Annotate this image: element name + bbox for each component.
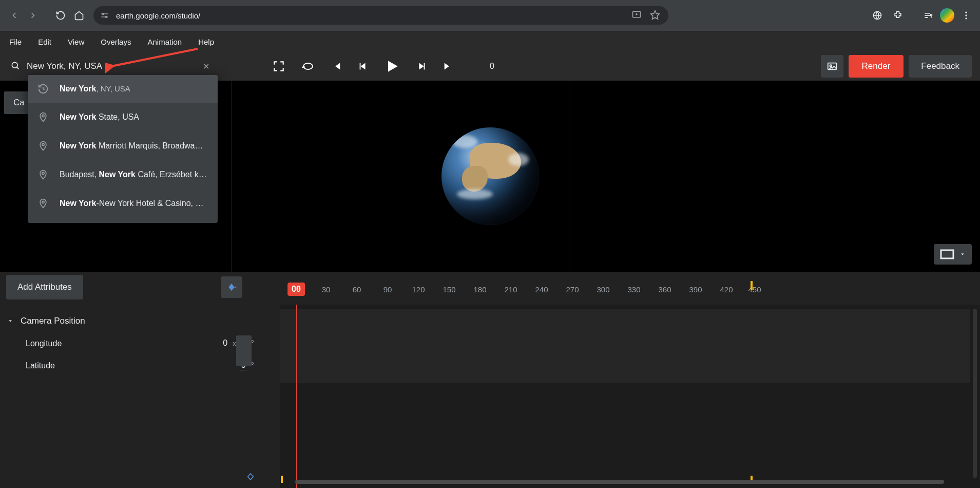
- chevron-down-icon: [959, 251, 966, 257]
- track-area[interactable]: [280, 309, 970, 383]
- media-control-icon[interactable]: [919, 7, 937, 24]
- feedback-button[interactable]: Feedback: [909, 55, 972, 78]
- horizontal-scrollbar[interactable]: [295, 480, 944, 484]
- track-handle[interactable]: [236, 335, 252, 366]
- search-suggestion-item[interactable]: New York, NY, USA: [28, 75, 218, 103]
- reload-button[interactable]: [51, 6, 70, 25]
- section-title: Camera Position: [21, 316, 85, 326]
- step-back-icon[interactable]: [357, 61, 369, 72]
- svg-point-10: [930, 14, 932, 16]
- address-bar[interactable]: earth.google.com/studio/: [93, 6, 668, 25]
- site-settings-icon[interactable]: [100, 10, 110, 21]
- toolbar-right-actions: Render Feedback: [821, 55, 972, 78]
- search-suggestion-item[interactable]: New York-New York Hotel & Casino, …: [28, 189, 218, 218]
- timeline-tick: 300: [597, 285, 609, 294]
- suggestion-text: New York Marriott Marquis, Broadwa…: [60, 141, 203, 151]
- timeline-tick: 330: [627, 285, 640, 294]
- vertical-scrollbar[interactable]: [973, 309, 977, 478]
- timeline-tracks[interactable]: [280, 305, 980, 488]
- timeline-body: Camera Position Longitude 0x0° Latitude …: [0, 305, 980, 488]
- search-container: ✕: [4, 61, 215, 72]
- aspect-ratio-button[interactable]: [934, 244, 972, 265]
- search-suggestions-dropdown: New York, NY, USA New York State, USA Ne…: [28, 75, 218, 223]
- svg-point-19: [42, 115, 44, 117]
- current-frame-badge[interactable]: 00: [287, 283, 305, 296]
- translate-icon[interactable]: [869, 7, 886, 24]
- fullscreen-icon[interactable]: [272, 60, 285, 73]
- skip-start-icon[interactable]: [331, 61, 342, 72]
- profile-avatar[interactable]: [940, 8, 954, 23]
- timeline-tick: 270: [566, 285, 579, 294]
- timeline-tick: 210: [504, 285, 517, 294]
- browser-menu-icon[interactable]: [957, 7, 975, 24]
- attribute-list: Camera Position Longitude 0x0° Latitude …: [0, 305, 280, 488]
- search-icon: [10, 61, 21, 72]
- svg-point-12: [965, 14, 967, 16]
- snap-keyframe-button[interactable]: [221, 276, 242, 298]
- frame-counter[interactable]: 0: [490, 62, 494, 71]
- timeline-tick: 60: [353, 285, 361, 294]
- render-button[interactable]: Render: [849, 55, 904, 78]
- timeline-tick: 180: [473, 285, 486, 294]
- playhead[interactable]: [296, 305, 297, 488]
- svg-point-21: [42, 172, 44, 174]
- longitude-label: Longitude: [26, 339, 62, 348]
- menu-overlays[interactable]: Overlays: [101, 37, 131, 46]
- pin-icon: [37, 111, 49, 123]
- timeline-tick: 360: [658, 285, 671, 294]
- search-suggestion-item[interactable]: New York Marriott Marquis, Broadwa…: [28, 132, 218, 160]
- range-start-marker[interactable]: [281, 476, 283, 483]
- search-suggestion-item[interactable]: Budapest, New York Café, Erzsébet kör…: [28, 160, 218, 189]
- timeline-tick: 420: [720, 285, 733, 294]
- camera-position-header[interactable]: Camera Position: [7, 310, 280, 332]
- browser-actions: [869, 7, 975, 24]
- chevron-down-icon: [7, 318, 13, 324]
- range-end-ruler-marker[interactable]: [751, 281, 753, 290]
- back-button[interactable]: [5, 6, 24, 25]
- earth-globe: [441, 127, 539, 225]
- svg-point-22: [42, 201, 44, 203]
- timeline-panel: Add Attributes 00 30 60 90 120 150 180 2…: [0, 272, 980, 488]
- url-text: earth.google.com/studio/: [116, 11, 200, 20]
- snapshot-button[interactable]: [821, 55, 843, 78]
- timeline-tick: 90: [383, 285, 392, 294]
- play-icon[interactable]: [384, 58, 400, 74]
- separator: [913, 10, 913, 21]
- suggestion-text: New York, NY, USA: [60, 84, 130, 93]
- svg-point-20: [42, 143, 44, 145]
- timeline-ruler[interactable]: 00 30 60 90 120 150 180 210 240 270 300 …: [280, 274, 980, 305]
- skip-end-icon[interactable]: [443, 61, 454, 72]
- keyframe-icon[interactable]: [246, 473, 255, 481]
- history-icon: [37, 83, 49, 95]
- menu-edit[interactable]: Edit: [38, 37, 51, 46]
- browser-chrome: earth.google.com/studio/: [0, 0, 980, 31]
- pin-icon: [37, 140, 49, 152]
- forward-button[interactable]: [24, 6, 42, 25]
- svg-rect-23: [941, 250, 953, 258]
- search-input[interactable]: [27, 61, 191, 71]
- add-attributes-button[interactable]: Add Attributes: [6, 275, 83, 299]
- extensions-icon[interactable]: [889, 7, 907, 24]
- menu-file[interactable]: File: [9, 37, 22, 46]
- pin-icon: [37, 168, 49, 181]
- menu-animation[interactable]: Animation: [147, 37, 182, 46]
- suggestion-text: Budapest, New York Café, Erzsébet kör…: [60, 170, 208, 179]
- search-suggestion-item[interactable]: New York State, USA: [28, 103, 218, 132]
- timeline-tick: 120: [412, 285, 425, 294]
- step-forward-icon[interactable]: [416, 61, 427, 72]
- svg-line-15: [17, 67, 19, 69]
- latitude-label: Latitude: [26, 361, 55, 370]
- home-button[interactable]: [70, 6, 88, 25]
- install-app-icon[interactable]: [631, 10, 642, 22]
- svg-point-17: [830, 65, 832, 67]
- clear-search-icon[interactable]: ✕: [198, 62, 215, 71]
- timeline-tick: 30: [322, 285, 331, 294]
- svg-point-11: [965, 12, 967, 13]
- menu-view[interactable]: View: [68, 37, 84, 46]
- bookmark-icon[interactable]: [650, 10, 660, 22]
- timeline-tick: 390: [689, 285, 702, 294]
- timeline-tick: 150: [443, 285, 455, 294]
- menu-help[interactable]: Help: [198, 37, 214, 46]
- loop-icon[interactable]: [301, 60, 315, 72]
- timeline-tick: 240: [535, 285, 548, 294]
